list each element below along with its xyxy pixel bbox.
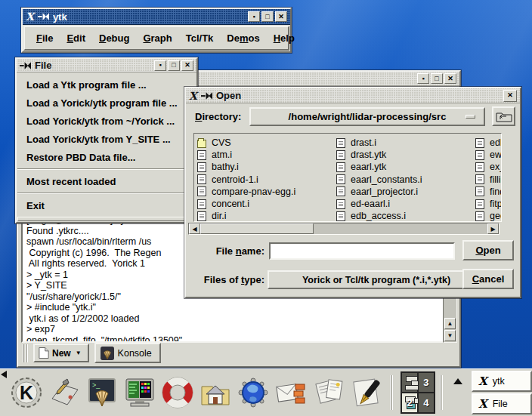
file-list-item[interactable]: edb bbox=[475, 137, 502, 149]
file-column-2: drast.i drast.ytk eaarl.ytk eaarl_consta… bbox=[336, 137, 475, 221]
file-list-item[interactable]: eaarl.ytk bbox=[336, 161, 475, 173]
menu-edit[interactable]: Edit bbox=[60, 29, 92, 48]
file-list-item[interactable]: CVS bbox=[197, 137, 336, 149]
kword-icon[interactable] bbox=[349, 375, 384, 410]
file-list-item[interactable]: ed-eaarl.i bbox=[336, 198, 475, 210]
file-list-item[interactable]: bathy.i bbox=[197, 161, 336, 173]
up-directory-button[interactable] bbox=[492, 106, 515, 126]
file-icon bbox=[336, 186, 345, 196]
maximize-button[interactable]: □ bbox=[431, 73, 443, 84]
pager-grip[interactable] bbox=[440, 375, 443, 410]
resize-handle[interactable] bbox=[17, 217, 196, 221]
menu-tcltk[interactable]: Tcl/Tk bbox=[179, 29, 221, 48]
minimize-button[interactable]: ▪ bbox=[417, 73, 429, 84]
file-icon bbox=[475, 150, 484, 160]
pin-icon bbox=[20, 62, 31, 69]
mail-icon[interactable] bbox=[274, 375, 308, 410]
file-list-item[interactable]: centroid-1.i bbox=[197, 174, 336, 186]
file-icon bbox=[197, 174, 206, 184]
panel-up-arrow-icon[interactable] bbox=[453, 378, 462, 384]
home-icon[interactable] bbox=[198, 375, 233, 410]
pager-desktop-4[interactable]: 4 bbox=[418, 393, 435, 413]
close-button[interactable]: ✕ bbox=[275, 11, 287, 22]
pager-desktop-3[interactable]: 3 bbox=[418, 372, 435, 393]
scroll-down-icon[interactable]: ▼ bbox=[444, 330, 456, 341]
menu-help[interactable]: Help bbox=[267, 29, 302, 48]
file-list-item[interactable]: ex_ bbox=[475, 161, 502, 173]
file-icon bbox=[475, 199, 484, 209]
close-button[interactable]: ✕ bbox=[444, 73, 456, 84]
open-dialog-titlebar[interactable]: X Open ✕ bbox=[186, 88, 520, 103]
directory-dropdown[interactable]: /home/wright/lidar-processing/src bbox=[249, 107, 485, 126]
file-list-item[interactable]: eaarl_projector.i bbox=[336, 186, 475, 198]
file-menu-titlebar[interactable]: File ▪ □ ✕ bbox=[17, 59, 196, 72]
menu-item[interactable]: Restore PBD Data file... bbox=[17, 148, 196, 166]
menu-item[interactable]: Load Yorick/ytk from Y_SITE ... bbox=[17, 130, 196, 148]
konsole-shell-icon bbox=[101, 347, 114, 360]
file-list-item[interactable]: fillin bbox=[475, 174, 502, 186]
file-list-hscrollbar[interactable]: ◀ ▶ bbox=[188, 223, 500, 235]
file-list-item[interactable]: ewf. bbox=[475, 149, 502, 161]
minimize-button[interactable]: ▪ bbox=[154, 60, 166, 71]
menu-demos[interactable]: Demos bbox=[220, 29, 266, 48]
pager-grip[interactable] bbox=[390, 375, 393, 410]
konsole-tab-label: Konsole bbox=[118, 348, 152, 359]
open-dialog-title: Open bbox=[216, 90, 241, 101]
directory-label: Directory: bbox=[195, 111, 241, 122]
scrollbar-thumb[interactable] bbox=[200, 223, 314, 234]
control-center-icon[interactable] bbox=[122, 375, 157, 410]
pager-desktop-2[interactable]: 2 bbox=[401, 393, 418, 413]
cancel-button[interactable]: Cancel bbox=[462, 269, 514, 289]
file-list-item[interactable]: atm.i bbox=[197, 149, 336, 161]
tabbar-grip[interactable] bbox=[23, 344, 28, 362]
help-icon[interactable] bbox=[160, 375, 195, 410]
file-list-item[interactable]: geo bbox=[475, 210, 502, 222]
open-dialog: X Open ✕ Directory: /home/wright/lidar-p… bbox=[184, 87, 521, 298]
ytk-window-title: ytk bbox=[53, 11, 67, 23]
new-session-button[interactable]: New ▼ bbox=[33, 344, 89, 362]
files-of-type-dropdown[interactable]: Yorick or Tcl/tk program (*.i,*.ytk) bbox=[268, 270, 485, 289]
menu-debug[interactable]: Debug bbox=[92, 29, 136, 48]
file-list-item[interactable]: compare-pnav-egg.i bbox=[197, 186, 336, 198]
file-list-item[interactable]: edb_access.i bbox=[336, 210, 475, 222]
k-menu-icon[interactable]: K bbox=[9, 375, 44, 410]
panel-hide-arrow-icon[interactable] bbox=[1, 371, 7, 378]
open-button[interactable]: Open bbox=[462, 240, 514, 260]
file-list-item[interactable]: fitpc bbox=[475, 198, 502, 210]
desktop-icon[interactable] bbox=[47, 375, 82, 410]
file-icon bbox=[475, 174, 484, 184]
pager-desktop-1[interactable] bbox=[401, 372, 418, 393]
menu-item[interactable]: Load a Yorick/ytk program file ... bbox=[17, 94, 196, 112]
scroll-left-icon[interactable]: ◀ bbox=[189, 223, 200, 234]
menu-item[interactable]: Load Yorick/ytk from ~/Yorick ... bbox=[17, 112, 196, 130]
konsole-icon[interactable]: >_ bbox=[85, 375, 119, 410]
documents-icon[interactable] bbox=[311, 375, 346, 410]
file-list-item[interactable]: drast.i bbox=[336, 137, 475, 149]
menu-file[interactable]: File bbox=[29, 29, 60, 48]
tab-konsole[interactable]: Konsole bbox=[94, 343, 161, 363]
menu-item[interactable]: Exit bbox=[17, 196, 196, 214]
close-button[interactable]: ✕ bbox=[503, 90, 517, 102]
file-list-item[interactable]: eaarl_constants.i bbox=[336, 174, 475, 186]
file-name-input[interactable] bbox=[269, 242, 455, 260]
scroll-right-icon[interactable]: ▶ bbox=[487, 223, 499, 234]
menu-item[interactable]: Load a Ytk program file ... bbox=[17, 75, 196, 94]
minimize-button[interactable]: ▪ bbox=[248, 11, 260, 22]
scroll-up-icon[interactable]: ▲ bbox=[444, 318, 456, 329]
file-list-item[interactable]: find_ bbox=[475, 186, 502, 198]
ytk-titlebar[interactable]: X ytk ▪ □ ✕ bbox=[23, 9, 290, 25]
file-list-item[interactable]: drast.ytk bbox=[336, 149, 475, 161]
file-list[interactable]: CVS atm.i bathy.i centroid-1.i compare-p… bbox=[193, 133, 502, 222]
menu-item[interactable]: Most recent loaded bbox=[17, 172, 196, 190]
file-column-3: edb ewf. ex_ fillin find_ fitpc geo bbox=[475, 137, 502, 221]
maximize-button[interactable]: □ bbox=[168, 60, 180, 71]
task-file[interactable]: X File bbox=[472, 393, 532, 414]
konqueror-icon[interactable] bbox=[236, 375, 271, 410]
close-button[interactable]: ✕ bbox=[181, 60, 193, 71]
file-list-item[interactable]: dir.i bbox=[197, 210, 336, 222]
menu-graph[interactable]: Graph bbox=[136, 29, 178, 48]
maximize-button[interactable]: □ bbox=[261, 11, 274, 22]
ytk-menubar: File Edit Debug Graph Tcl/Tk Demos Help bbox=[23, 26, 289, 51]
task-ytk[interactable]: X ytk bbox=[472, 371, 532, 392]
file-list-item[interactable]: concent.i bbox=[197, 198, 336, 210]
